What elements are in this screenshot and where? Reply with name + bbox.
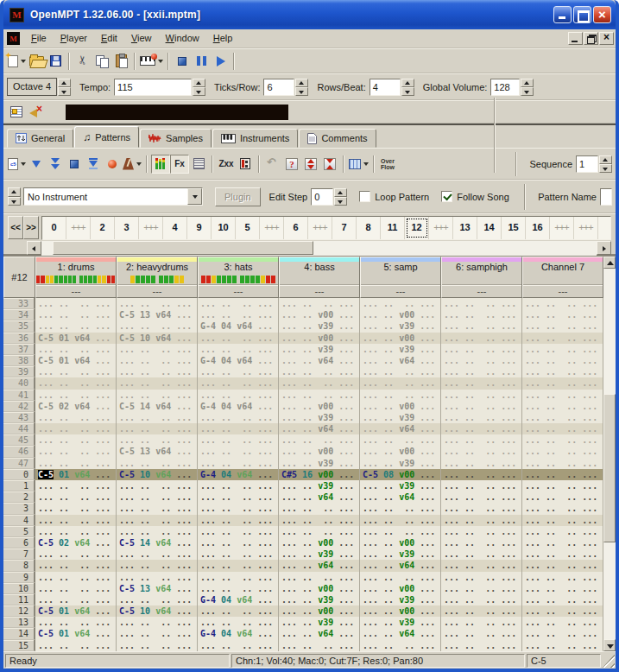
pattern-cell[interactable]: ... .. v39 ... bbox=[360, 594, 441, 605]
pattern-cell[interactable]: ... .. v00 ... bbox=[279, 333, 360, 344]
pattern-cell[interactable]: ... .. v39 ... bbox=[360, 412, 441, 423]
spin-up-button[interactable] bbox=[599, 155, 612, 164]
pattern-cell[interactable]: C-5 01 v64 ... bbox=[35, 628, 117, 639]
order-cell[interactable]: +++ bbox=[260, 217, 284, 239]
maximize-button[interactable] bbox=[573, 6, 591, 23]
save-file-button[interactable] bbox=[46, 52, 65, 71]
pattern-cell[interactable]: ... .. .. ... bbox=[441, 617, 522, 628]
pattern-cell[interactable]: ... .. .. ... bbox=[360, 515, 441, 526]
pattern-cell[interactable]: ... .. .. ... bbox=[35, 412, 117, 423]
channel-plugin-slot[interactable]: --- bbox=[442, 284, 521, 298]
channel-plugin-slot[interactable]: --- bbox=[361, 284, 440, 298]
tab-instruments[interactable]: Instruments bbox=[212, 129, 298, 148]
pattern-cell[interactable]: ... .. .. ... bbox=[198, 605, 279, 617]
pattern-cell[interactable]: ... .. .. ... bbox=[360, 390, 441, 401]
pattern-cell[interactable]: ... .. .. ... bbox=[35, 309, 117, 320]
spin-down-button[interactable] bbox=[599, 164, 612, 173]
pattern-cell[interactable]: ... .. v64 ... bbox=[360, 355, 441, 366]
spin-down-button[interactable] bbox=[193, 87, 205, 96]
pattern-cell[interactable]: ... .. .. ... bbox=[522, 320, 603, 332]
pattern-cell[interactable]: ... .. v39 ... bbox=[360, 320, 441, 332]
pattern-cell[interactable]: ... .. .. ... bbox=[198, 503, 279, 514]
pattern-cell[interactable]: ... .. .. ... bbox=[522, 423, 603, 434]
pattern-cell[interactable]: ... .. .. ... bbox=[198, 640, 279, 651]
order-cell[interactable]: +++ bbox=[308, 217, 332, 239]
param-input-2[interactable]: 4 bbox=[370, 79, 401, 96]
pattern-cell[interactable]: ... .. .. ... bbox=[522, 333, 603, 344]
pattern-cell[interactable]: ... .. .. ... bbox=[522, 572, 603, 583]
pattern-cell[interactable]: ... .. v00 ... bbox=[279, 401, 360, 412]
scrollbar-thumb[interactable] bbox=[53, 241, 313, 255]
pattern-cell[interactable]: ... .. .. ... bbox=[522, 526, 603, 537]
channel-header[interactable]: 2: heavydrums--- bbox=[117, 257, 198, 298]
copy-button[interactable] bbox=[92, 52, 111, 71]
pattern-cell[interactable]: ... .. .. ... bbox=[360, 526, 441, 537]
pattern-cell[interactable]: ... .. .. ... bbox=[441, 526, 522, 537]
pattern-cell[interactable]: ... .. .. ... bbox=[198, 480, 279, 491]
pattern-cell[interactable]: ... .. .. ... bbox=[441, 583, 522, 594]
menu-item-player[interactable]: Player bbox=[54, 29, 94, 48]
open-file-button[interactable] bbox=[27, 52, 46, 71]
channel-header[interactable]: 4: bass--- bbox=[279, 257, 360, 298]
pattern-cell[interactable]: ... .. .. ... bbox=[441, 469, 522, 480]
minimize-button[interactable] bbox=[553, 6, 572, 23]
order-cell[interactable]: 13 bbox=[453, 217, 477, 239]
pattern-cell[interactable]: C-5 14 v64 ... bbox=[117, 401, 198, 412]
pattern-cell[interactable]: ... .. .. ... bbox=[522, 344, 603, 355]
spin-up-button[interactable] bbox=[295, 79, 308, 87]
pattern-cell[interactable]: ... .. .. ... bbox=[198, 423, 279, 434]
pattern-cell[interactable]: ... .. .. ... bbox=[117, 594, 198, 605]
spin-up-button[interactable] bbox=[401, 79, 414, 87]
pattern-cell[interactable]: ... .. .. ... bbox=[117, 480, 198, 491]
pattern-cell[interactable]: ... .. .. ... bbox=[35, 526, 117, 537]
spin-down-button[interactable] bbox=[521, 87, 534, 96]
pattern-cell[interactable]: C-5 13 v64 ... bbox=[117, 309, 198, 320]
scroll-left-button[interactable] bbox=[27, 241, 41, 255]
pattern-cell[interactable]: ... .. .. ... bbox=[360, 640, 441, 651]
pattern-cell[interactable]: C-5 10 v64 ... bbox=[117, 605, 198, 617]
pattern-cell[interactable]: ... .. v39 ... bbox=[279, 458, 360, 469]
order-cell[interactable]: +++ bbox=[574, 217, 598, 239]
pattern-cell[interactable]: C-5 01 v64 ... bbox=[35, 469, 117, 480]
order-cell[interactable]: 11 bbox=[381, 217, 405, 239]
pattern-cell[interactable]: ... .. .. ... bbox=[441, 515, 522, 526]
pattern-cell[interactable]: ... .. .. ... bbox=[198, 366, 279, 377]
pattern-cell[interactable]: ... .. .. ... bbox=[198, 390, 279, 401]
pattern-cell[interactable]: ... .. .. ... bbox=[117, 423, 198, 434]
edit-step-input[interactable]: 0 bbox=[311, 188, 333, 206]
param-input-0[interactable]: 115 bbox=[114, 79, 192, 96]
scroll-up-button[interactable] bbox=[603, 257, 616, 269]
midi-mute-button[interactable] bbox=[26, 103, 45, 122]
pattern-cell[interactable]: ... .. .. ... bbox=[117, 458, 198, 469]
pattern-cell[interactable]: ... .. .. ... bbox=[117, 298, 198, 309]
order-cell[interactable]: 15 bbox=[502, 217, 526, 239]
order-cell[interactable]: +++ bbox=[429, 217, 453, 239]
pattern-cell[interactable]: ... .. v39 ... bbox=[360, 458, 441, 469]
pattern-cell[interactable]: ... .. .. ... bbox=[117, 491, 198, 503]
pattern-cell[interactable]: ... .. .. ... bbox=[522, 537, 603, 548]
pattern-cell[interactable]: ... .. .. ... bbox=[360, 434, 441, 446]
pattern-cell[interactable]: ... .. .. ... bbox=[279, 515, 360, 526]
pattern-cell[interactable]: ... .. v39 ... bbox=[360, 548, 441, 560]
pattern-cell[interactable]: ... .. .. ... bbox=[198, 526, 279, 537]
pattern-cell[interactable]: ... .. .. ... bbox=[279, 366, 360, 377]
pattern-cell[interactable]: ... .. .. ... bbox=[522, 366, 603, 377]
view-options-button[interactable] bbox=[7, 103, 26, 122]
pattern-cell[interactable]: G-4 04 v64 ... bbox=[198, 628, 279, 639]
pattern-cell[interactable]: ... .. .. ... bbox=[35, 298, 117, 309]
pattern-cell[interactable]: ... .. .. ... bbox=[522, 503, 603, 514]
pattern-cell[interactable]: ... .. v64 ... bbox=[360, 491, 441, 503]
pattern-cell[interactable]: ... .. v00 ... bbox=[360, 583, 441, 594]
pattern-cell[interactable]: ... .. .. ... bbox=[198, 298, 279, 309]
pattern-cell[interactable]: ... .. .. ... bbox=[360, 503, 441, 514]
pattern-cell[interactable]: ... .. v00 ... bbox=[279, 537, 360, 548]
pattern-cell[interactable]: ... .. v39 ... bbox=[279, 617, 360, 628]
pattern-cell[interactable]: ... .. v00 ... bbox=[360, 333, 441, 344]
pattern-cell[interactable]: ... .. .. ... bbox=[117, 572, 198, 583]
pattern-cell[interactable]: ... .. .. ... bbox=[35, 491, 117, 503]
pattern-cell[interactable]: ... .. .. ... bbox=[35, 458, 117, 469]
pattern-cell[interactable]: ... .. .. ... bbox=[117, 344, 198, 355]
pattern-cell[interactable]: C-5 10 v64 ... bbox=[117, 333, 198, 344]
pattern-cell[interactable]: ... .. v64 ... bbox=[279, 628, 360, 639]
resize-grip[interactable] bbox=[603, 654, 615, 668]
